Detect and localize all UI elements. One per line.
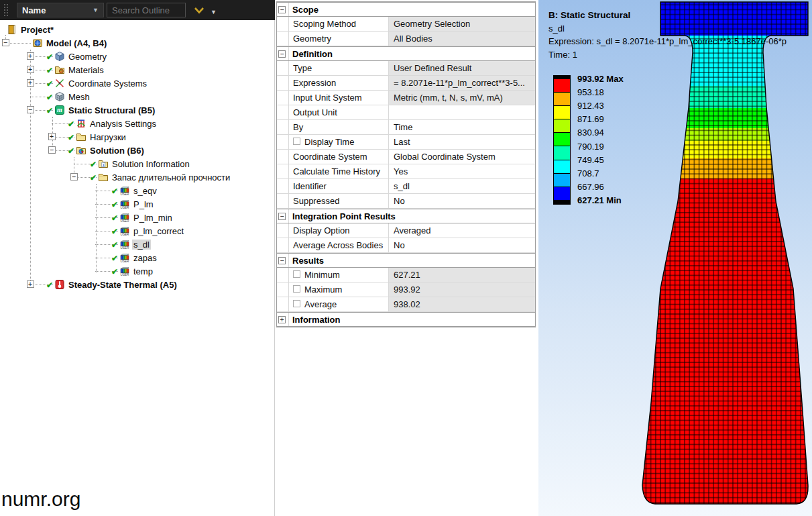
collapse-toggle[interactable]: − <box>48 146 56 154</box>
tree-item-static-structural-b5-[interactable]: −✔mStatic Structural (B5) <box>0 103 275 117</box>
details-property-value[interactable]: 938.02 <box>389 297 535 311</box>
tree-item-label[interactable]: temp <box>132 266 154 276</box>
collapse-toggle[interactable]: − <box>278 6 286 13</box>
details-property-label-text: Display Option <box>293 225 350 236</box>
details-property-value[interactable]: No <box>389 238 535 252</box>
details-property-value[interactable]: User Defined Result <box>389 61 535 75</box>
toolbar-overflow-chevron-icon[interactable]: ▼ <box>211 9 217 15</box>
details-property-value[interactable]: Geometry Selection <box>389 17 535 31</box>
collapse-toggle[interactable]: − <box>70 173 78 180</box>
details-property-value[interactable]: Last <box>389 135 535 149</box>
tree-item-label[interactable]: Нагрузки <box>89 132 127 142</box>
search-input[interactable] <box>107 3 186 17</box>
tree-item-p-lm[interactable]: ✔USERP_lm <box>0 197 275 211</box>
tree-item-analysis-settings[interactable]: ✔Analysis Settings <box>0 117 275 130</box>
details-property-label-text: Input Unit System <box>293 93 362 103</box>
tree-item-label[interactable]: Solution (B6) <box>89 146 146 156</box>
coordinate-systems-icon <box>54 78 65 89</box>
details-gutter: − <box>277 3 289 16</box>
expand-toggle[interactable]: + <box>27 52 34 60</box>
details-group-row: +Information <box>277 312 535 327</box>
tree-item-solution-b6-[interactable]: −✔Solution (B6) <box>0 144 275 157</box>
user-result-icon: USER <box>119 185 130 196</box>
tree-item-project-[interactable]: Project* <box>0 23 275 36</box>
tree-item-zapas[interactable]: ✔USERzapas <box>0 251 275 264</box>
tree-item-label[interactable]: Coordinate Systems <box>67 79 148 89</box>
tree-item-нагрузки[interactable]: +✔Нагрузки <box>0 130 275 144</box>
expand-search-chevron-icon[interactable] <box>194 7 205 14</box>
tree-item-запас-длительной-прочности[interactable]: −✔Запас длительной прочности <box>0 170 275 184</box>
tree-item-label[interactable]: s_eqv <box>132 186 158 196</box>
collapse-toggle[interactable]: − <box>27 106 34 113</box>
user-result-icon: USER <box>119 199 130 209</box>
tree-item-label[interactable]: zapas <box>132 253 158 263</box>
tree-item-steady-state-thermal-a5-[interactable]: +✔Steady-State Thermal (A5) <box>0 278 275 291</box>
annotation-title: B: Static Structural <box>548 9 811 22</box>
collapse-toggle[interactable]: − <box>278 213 286 220</box>
tree-item-label[interactable]: Запас длительной прочности <box>111 172 231 183</box>
details-property-value[interactable]: No <box>389 194 535 208</box>
tree-item-s-eqv[interactable]: ✔USERs_eqv <box>0 184 275 197</box>
tree-item-label[interactable]: P_lm_min <box>132 213 174 223</box>
tree-item-mesh[interactable]: ✔Mesh <box>0 90 275 103</box>
checkbox[interactable] <box>293 138 300 145</box>
expand-toggle[interactable]: + <box>278 316 286 323</box>
tree-item-label[interactable]: P_lm <box>132 199 155 209</box>
tree-item-label[interactable]: Analysis Settings <box>89 119 158 129</box>
details-property-value[interactable] <box>389 105 535 119</box>
details-property-value[interactable]: 627.21 <box>389 268 535 282</box>
tree-item-p-lm-correct[interactable]: ✔USERp_lm_correct <box>0 224 275 238</box>
details-property-row: Maximum993.92 <box>277 282 535 297</box>
details-property-value[interactable]: Global Coordinate System <box>389 150 535 164</box>
details-property-value[interactable]: Metric (mm, t, N, s, mV, mA) <box>389 91 535 105</box>
outline-filter-dropdown[interactable]: Name ▼ <box>17 3 104 17</box>
tree-item-s-dl[interactable]: ✔USERs_dl <box>0 238 275 251</box>
checkbox[interactable] <box>293 300 300 307</box>
tree-item-temp[interactable]: ✔USERtemp <box>0 264 275 278</box>
viewport-3d-canvas[interactable]: B: Static Structural s_dl Expression: s_… <box>538 0 812 516</box>
tree-item-label[interactable]: p_lm_correct <box>132 226 185 236</box>
legend-band <box>554 160 570 174</box>
tree-item-geometry[interactable]: +✔Geometry <box>0 50 275 63</box>
details-property-row: Output Unit <box>277 105 535 120</box>
tree-item-coordinate-systems[interactable]: +✔Coordinate Systems <box>0 76 275 90</box>
user-result-icon: USER <box>119 252 130 263</box>
outline-filter-label: Name <box>22 5 46 15</box>
tree-item-label[interactable]: Solution Information <box>111 159 191 169</box>
tree-item-model-a4-b4-[interactable]: −Model (A4, B4) <box>0 36 275 50</box>
toolbar-grip-handle[interactable] <box>3 3 9 17</box>
expand-toggle[interactable]: + <box>48 133 56 140</box>
expand-toggle[interactable]: + <box>27 79 34 87</box>
details-property-value[interactable]: = 8.2071e-11*p_lm_correct**3-5... <box>389 76 535 90</box>
tree-item-p-lm-min[interactable]: ✔USERP_lm_min <box>0 211 275 224</box>
collapse-toggle[interactable]: − <box>278 257 286 264</box>
tree-item-solution-information[interactable]: ✔iSolution Information <box>0 157 275 170</box>
tree-item-label[interactable]: Steady-State Thermal (A5) <box>67 280 178 290</box>
expand-toggle[interactable]: + <box>27 280 34 288</box>
details-property-value[interactable]: Time <box>389 120 535 134</box>
checkbox[interactable] <box>293 285 300 293</box>
details-property-label-text: Geometry <box>293 34 331 44</box>
tree-item-label[interactable]: Mesh <box>67 92 91 102</box>
details-property-row: Display TimeLast <box>277 135 535 150</box>
details-property-value[interactable]: s_dl <box>389 179 535 193</box>
legend-band <box>554 174 570 187</box>
thermal-icon <box>54 279 65 290</box>
collapse-toggle[interactable]: − <box>2 39 9 46</box>
details-property-value[interactable]: 993.92 <box>389 282 535 297</box>
tree-item-label[interactable]: Static Structural (B5) <box>67 105 156 115</box>
details-property-value[interactable]: Averaged <box>389 223 535 238</box>
tree-item-label[interactable]: Geometry <box>67 52 108 62</box>
tree-item-label[interactable]: Materials <box>67 65 105 75</box>
tree-item-materials[interactable]: +✔Materials <box>0 63 275 76</box>
details-property-row: SuppressedNo <box>277 194 535 209</box>
tree-item-label[interactable]: Project* <box>19 25 55 35</box>
details-property-value[interactable]: All Bodies <box>389 32 535 46</box>
annotation-result-name: s_dl <box>548 22 811 36</box>
checkbox[interactable] <box>293 270 300 278</box>
details-property-value[interactable]: Yes <box>389 164 535 178</box>
tree-item-label[interactable]: Model (A4, B4) <box>45 38 108 48</box>
collapse-toggle[interactable]: − <box>278 50 286 58</box>
tree-item-label[interactable]: s_dl <box>132 240 151 250</box>
expand-toggle[interactable]: + <box>27 66 34 73</box>
